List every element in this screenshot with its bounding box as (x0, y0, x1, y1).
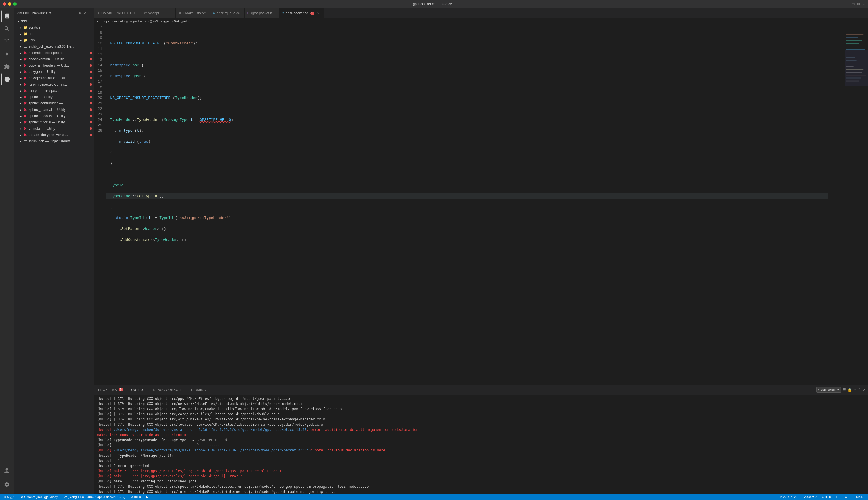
source-control-activity-button[interactable] (1, 36, 13, 47)
breadcrumb-gettypeid[interactable]: GetTypeId() (174, 20, 191, 23)
tab-gpsr-packet-h[interactable]: H gpsr-packet.h (244, 8, 279, 18)
tab-output[interactable]: OUTPUT (127, 385, 149, 395)
error-link[interactable]: /Users/mengyuanchen/Software/ns-allinone… (114, 428, 307, 432)
sidebar-item-src[interactable]: ▸ 📁 src (14, 31, 94, 37)
sidebar-item-ns3[interactable]: ▾ NS3 (14, 18, 94, 24)
sidebar-item-doxygen-no-build[interactable]: ▸ ✖ doxygen-no-build — Util... (14, 75, 94, 81)
sidebar-item-check-version[interactable]: ▸ ✖ check-version — Utility (14, 56, 94, 62)
build-label: ⚙ Build (130, 495, 141, 499)
output-line: [build] [ 37%] Building CXX object src/w… (97, 417, 865, 422)
explorer-activity-button[interactable] (1, 10, 13, 22)
new-file-icon[interactable]: + (75, 11, 77, 15)
sidebar-item-assemble-introspected[interactable]: ▸ ✖ assemble-introspected-... (14, 50, 94, 56)
status-language[interactable]: C++ (844, 495, 852, 499)
list-icon[interactable]: ☰ (843, 388, 846, 392)
code-editor[interactable]: 7 8 9 10 11 12 13 14 15 16 17 18 19 20 2… (94, 24, 845, 385)
breadcrumb-gpsr[interactable]: gpsr (104, 20, 111, 23)
more-options-icon[interactable]: ··· (88, 11, 91, 15)
breadcrumb-src[interactable]: src (97, 20, 101, 23)
status-mac[interactable]: Mac... (855, 495, 866, 499)
status-clang[interactable]: ⎇ [Clang 14.0.0 arm64-apple-darwin21.6.0… (62, 494, 126, 500)
panel-layout-icon[interactable]: ⊟ (854, 388, 857, 392)
error-link[interactable]: /Users/mengyuanchen/Software/NS3/ns-alli… (114, 448, 311, 452)
tab-cmake-project[interactable]: ⚙ CMAKE: PROJECT O... (94, 8, 141, 18)
sidebar-item-uninstall[interactable]: ▸ ✖ uninstall — Utility (14, 125, 94, 132)
status-cursor[interactable]: Ln 22, Col 25 (778, 495, 799, 499)
settings-activity-button[interactable] (1, 479, 13, 490)
breadcrumb-sep: › (124, 20, 125, 23)
sidebar-item-copy-all-headers[interactable]: ▸ ✖ copy_all_headers — Util... (14, 62, 94, 69)
minimize-button[interactable] (8, 2, 11, 6)
cmake-icon: ⚙ (97, 11, 100, 15)
tab-wscript[interactable]: W wscript (141, 8, 176, 18)
lock-icon[interactable]: 🔒 (848, 388, 852, 392)
split-icon[interactable]: ⊞ (857, 2, 860, 6)
status-cmake[interactable]: ⚙ CMake: [Debug]: Ready (19, 494, 59, 500)
breadcrumb: src › gpsr › model › gpsr-packet.cc › {}… (94, 18, 868, 24)
panel-icon[interactable]: ▭ (852, 2, 855, 6)
tab-close-button[interactable]: ✕ (316, 11, 321, 15)
cpp-icon: C (213, 11, 215, 15)
problems-activity-button[interactable] (1, 73, 13, 85)
close-panel-button[interactable]: ✕ (863, 388, 866, 392)
close-button[interactable] (3, 2, 6, 6)
sidebar-item-update-doxygen[interactable]: ▸ ✖ update_doxygen_versio... (14, 132, 94, 138)
utility-icon: ✖ (23, 88, 27, 93)
breadcrumb-gpsr2[interactable]: {} gpsr (161, 20, 171, 23)
sidebar-header: CMAKE: PROJECT O... + ⊕ ↺ ··· (14, 8, 94, 18)
tab-cmakelists[interactable]: ⚙ CMakeLists.txt (176, 8, 210, 18)
sidebar-item-stdlib-pch[interactable]: ▸ 🗃 stdlib_pch — Object library (14, 138, 94, 144)
sidebar-item-sphinx-manual[interactable]: ▸ ✖ sphinx_manual — Utility (14, 106, 94, 113)
output-line: [build] make[1]: *** Waiting for unfinis… (97, 479, 865, 484)
sidebar-item-run-introspected[interactable]: ▸ ✖ run-introspected-comm... (14, 81, 94, 88)
chevron-right-icon: ▸ (19, 76, 23, 80)
status-run[interactable]: ▶ (145, 494, 150, 500)
maximize-button[interactable] (13, 2, 16, 6)
status-build[interactable]: ⚙ Build (129, 494, 142, 500)
code-line-17: m_valid (true) (106, 139, 828, 144)
tab-gpsr-packet-cc[interactable]: C gpsr-packet.cc 5 ✕ (279, 8, 324, 18)
code-line-26: .AddConstructor<TypeHeader> () (106, 237, 828, 242)
status-errors[interactable]: ⊗ 5 △ 0 (2, 494, 16, 500)
utility-icon: ✖ (23, 63, 27, 68)
account-activity-button[interactable] (1, 465, 13, 476)
sidebar-item-run-print[interactable]: ▸ ✖ run-print-introspected-... (14, 88, 94, 94)
status-encoding[interactable]: UTF-8 (821, 495, 832, 499)
status-spaces[interactable]: Spaces: 2 (801, 495, 818, 499)
search-activity-button[interactable] (1, 23, 13, 34)
utility-icon: ✖ (23, 76, 27, 80)
refresh-icon[interactable]: ↺ (83, 11, 86, 15)
sidebar-item-doxygen[interactable]: ▸ ✖ doxygen — Utility (14, 69, 94, 75)
tab-debug-console[interactable]: DEBUG CONSOLE (149, 385, 186, 395)
panel-output[interactable]: [build] [ 37%] Building CXX object src/g… (94, 395, 868, 494)
breadcrumb-ns3[interactable]: {} ns3 (150, 20, 158, 23)
sidebar-item-sphinx-tutorial[interactable]: ▸ ✖ sphinx_tutorial — Utility (14, 119, 94, 125)
debug-console-label: DEBUG CONSOLE (153, 388, 182, 391)
tab-terminal[interactable]: TERMINAL (186, 385, 212, 395)
layout-icon[interactable]: ⊟ (846, 2, 849, 6)
panel-dropdown[interactable]: CMake/Build ▾ (816, 387, 841, 393)
sidebar-item-sphinx-models[interactable]: ▸ ✖ sphinx_models — Utility (14, 113, 94, 119)
chevron-up-icon[interactable]: ⌃ (858, 388, 861, 392)
new-folder-icon[interactable]: ⊕ (79, 11, 81, 15)
error-count-badge: 5 (310, 12, 314, 15)
breadcrumb-model[interactable]: model (114, 20, 123, 23)
run-activity-button[interactable] (1, 48, 13, 60)
code-line-12 (106, 84, 828, 90)
sidebar-item-scratch[interactable]: ▸ 📁 scratch (14, 24, 94, 31)
chevron-down-icon: ▾ (837, 388, 839, 392)
sidebar-item-sphinx[interactable]: ▸ ✖ sphinx — Utility (14, 94, 94, 100)
status-eol[interactable]: LF (835, 495, 841, 499)
tab-problems[interactable]: PROBLEMS 5 (94, 385, 127, 395)
sidebar-item-sphinx-contributing[interactable]: ▸ ✖ sphinx_contributing — ... (14, 100, 94, 106)
output-error-line: [build] /Users/mengyuanchen/Software/ns-… (97, 427, 865, 438)
sidebar: CMAKE: PROJECT O... + ⊕ ↺ ··· ▾ NS3 ▸ 📁 … (14, 8, 94, 494)
sidebar-item-utils[interactable]: ▸ 📁 utils (14, 37, 94, 43)
chevron-right-icon: ▸ (19, 32, 23, 36)
utility-icon: ✖ (23, 126, 27, 131)
tab-gpsr-rqueue[interactable]: C gpsr-rqueue.cc (210, 8, 244, 18)
more-icon[interactable]: ··· (862, 2, 865, 6)
extensions-activity-button[interactable] (1, 61, 13, 72)
breadcrumb-file[interactable]: gpsr-packet.cc (126, 20, 147, 23)
sidebar-item-stdlib-pch-exec[interactable]: ▸ 🗃 stdlib_pch_exec [ns3.36.1-s... (14, 43, 94, 50)
